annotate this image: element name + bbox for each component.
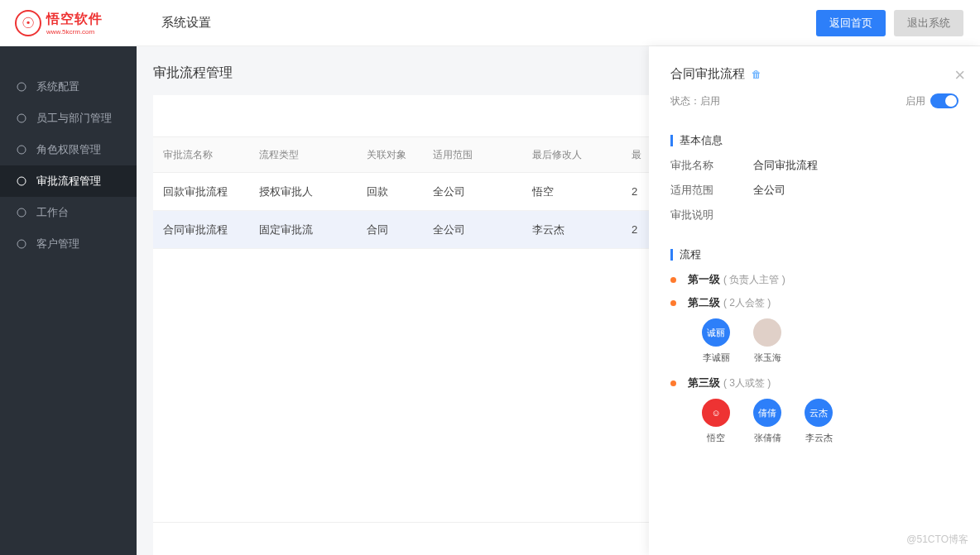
step-dot-icon (670, 300, 676, 306)
col-scope: 适用范围 (426, 148, 526, 162)
sidebar-item-5[interactable]: 客户管理 (0, 228, 137, 260)
flow-section-title: 流程 (680, 247, 701, 262)
enable-toggle[interactable] (930, 93, 958, 108)
flow-step-1: 第二级( 2人会签 ) (670, 295, 958, 310)
avatar[interactable]: 张玉海 (753, 318, 781, 364)
info-row: 适用范围全公司 (670, 183, 958, 198)
avatar-row: 诚丽李诚丽张玉海 (702, 318, 958, 364)
step-dot-icon (670, 277, 676, 283)
monitor-icon (15, 206, 28, 219)
detail-panel: × 合同审批流程 🗑 状态：启用 启用 基本信息 审批名称合同审批流程适用范围全… (649, 46, 980, 555)
home-button[interactable]: 返回首页 (816, 10, 886, 36)
svg-point-1 (17, 114, 26, 122)
info-row: 审批说明 (670, 208, 958, 222)
avatar[interactable]: 云杰李云杰 (805, 399, 833, 444)
enable-label: 启用 (906, 94, 925, 108)
page-section-title: 系统设置 (161, 15, 211, 31)
avatar-icon: 云杰 (805, 399, 833, 427)
flow-icon (15, 175, 28, 188)
avatar-icon: 诚丽 (702, 318, 730, 347)
user-key-icon (15, 143, 28, 156)
delete-icon[interactable]: 🗑 (752, 69, 761, 80)
sidebar-item-label: 审批流程管理 (36, 174, 101, 189)
sidebar-item-0[interactable]: 系统配置 (0, 71, 137, 103)
flow-step-0: 第一级( 负责人主管 ) (670, 272, 958, 287)
avatar-row: ☺悟空倩倩张倩倩云杰李云杰 (702, 399, 958, 444)
sidebar: 系统配置员工与部门管理角色权限管理审批流程管理工作台客户管理 (0, 46, 137, 555)
sidebar-item-label: 角色权限管理 (36, 142, 101, 157)
monkey-icon: ☉ (15, 10, 41, 36)
svg-point-4 (17, 208, 26, 217)
user-group-icon (15, 237, 28, 251)
col-type: 流程类型 (252, 148, 360, 162)
svg-point-0 (17, 83, 26, 91)
status-text: 状态：启用 (670, 94, 720, 108)
sidebar-item-4[interactable]: 工作台 (0, 197, 137, 228)
logout-button[interactable]: 退出系统 (894, 10, 963, 36)
step-dot-icon (670, 380, 676, 386)
watermark: @51CTO博客 (906, 533, 968, 547)
basic-section-title: 基本信息 (680, 133, 723, 148)
info-row: 审批名称合同审批流程 (670, 158, 958, 173)
svg-point-3 (17, 177, 26, 185)
gear-icon (15, 80, 28, 93)
avatar-icon: 倩倩 (753, 399, 781, 427)
panel-title: 合同审批流程 (670, 66, 745, 82)
sidebar-item-label: 员工与部门管理 (36, 111, 112, 126)
svg-point-2 (17, 146, 26, 154)
sidebar-item-label: 客户管理 (36, 237, 79, 251)
sidebar-item-2[interactable]: 角色权限管理 (0, 134, 137, 165)
close-icon[interactable]: × (954, 65, 965, 86)
col-editor: 最后修改人 (526, 148, 625, 162)
flow-step-2: 第三级( 3人或签 ) (670, 376, 958, 390)
svg-point-5 (17, 240, 26, 248)
logo-subtext: www.5kcrm.com (46, 28, 103, 36)
avatar-icon (753, 318, 781, 347)
avatar-icon: ☺ (702, 399, 730, 427)
sidebar-item-label: 系统配置 (36, 79, 79, 94)
avatar[interactable]: 诚丽李诚丽 (702, 318, 730, 364)
col-obj: 关联对象 (360, 148, 426, 162)
sidebar-item-label: 工作台 (36, 205, 69, 220)
sidebar-item-1[interactable]: 员工与部门管理 (0, 103, 137, 134)
col-name: 审批流名称 (153, 148, 252, 162)
user-icon (15, 112, 28, 125)
logo-text: 悟空软件 (46, 11, 103, 28)
avatar[interactable]: 倩倩张倩倩 (753, 399, 781, 444)
topbar: ☉ 悟空软件 www.5kcrm.com 系统设置 返回首页 退出系统 (0, 0, 980, 46)
sidebar-item-3[interactable]: 审批流程管理 (0, 165, 137, 197)
logo[interactable]: ☉ 悟空软件 www.5kcrm.com (0, 10, 137, 36)
avatar[interactable]: ☺悟空 (702, 399, 730, 444)
